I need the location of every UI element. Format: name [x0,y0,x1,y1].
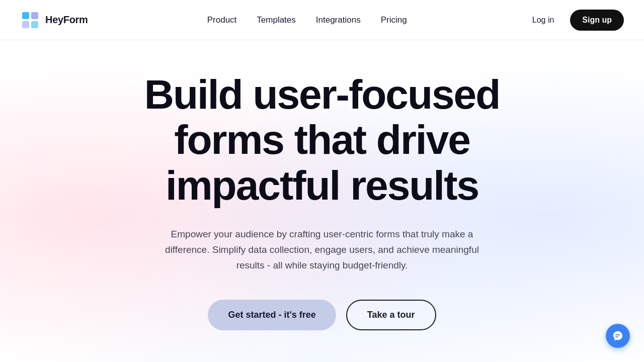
svg-rect-1 [31,12,38,19]
chat-icon [612,330,623,341]
nav-templates[interactable]: Templates [257,15,295,25]
logo-icon [20,10,40,30]
nav-product[interactable]: Product [207,15,237,25]
get-started-button[interactable]: Get started - it's free [208,300,336,330]
hero-title-line3: impactful results [166,162,478,208]
nav-links: Product Templates Integrations Pricing [207,15,407,25]
svg-rect-0 [22,12,29,19]
hero-section: Build user-focused forms that drive impa… [0,40,644,362]
chat-widget-button[interactable] [606,324,630,348]
hero-cta-group: Get started - it's free Take a tour [208,300,436,330]
login-button[interactable]: Log in [526,12,560,29]
take-tour-button[interactable]: Take a tour [346,300,436,330]
hero-title-line1: Build user-focused [144,71,500,117]
hero-title: Build user-focused forms that drive impa… [144,72,500,208]
svg-rect-2 [22,21,29,28]
svg-rect-3 [31,21,38,28]
nav-pricing[interactable]: Pricing [381,15,407,25]
signup-button[interactable]: Sign up [570,10,624,31]
nav-auth: Log in Sign up [526,10,624,31]
brand-name: HeyForm [45,14,88,26]
hero-title-line2: forms that drive [174,117,470,162]
logo-area[interactable]: HeyForm [20,10,88,30]
nav-integrations[interactable]: Integrations [316,15,361,25]
navbar: HeyForm Product Templates Integrations P… [0,0,644,40]
hero-subtitle: Empower your audience by crafting user-c… [151,226,493,274]
